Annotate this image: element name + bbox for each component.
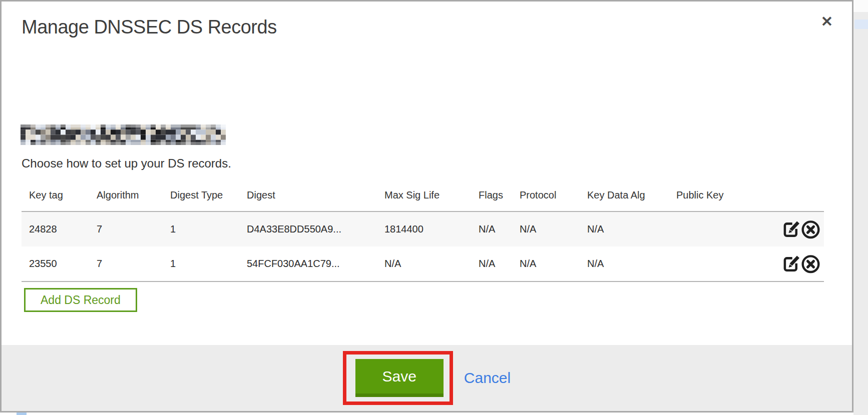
cell-flags: N/A [471,246,512,282]
table-row: 23550 7 1 54FCF030AA1C79... N/A N/A N/A … [22,246,824,282]
cell-protocol: N/A [512,212,580,246]
cell-public-key [669,212,761,246]
instruction-text: Choose how to set up your DS records. [22,156,231,170]
col-header-actions [761,182,824,212]
page-behind-right-strip [853,0,868,415]
row-actions [761,246,824,282]
col-header-public-key: Public Key [669,182,761,212]
cell-max-sig-life: 1814400 [377,212,471,246]
page-behind-link-fragment [17,412,27,415]
manage-dnssec-dialog: Manage DNSSEC DS Records ✕ Choose how to… [0,0,853,412]
redacted-domain-name [21,124,226,145]
delete-icon[interactable] [800,254,821,274]
edit-icon[interactable] [781,254,801,274]
cell-key-tag: 23550 [22,246,89,282]
delete-icon[interactable] [800,219,821,240]
col-header-digest: Digest [239,182,377,212]
save-highlight-annotation: Save [343,351,453,405]
cell-algorithm: 7 [89,212,163,246]
cell-key-tag: 24828 [22,212,89,246]
cell-protocol: N/A [512,246,580,282]
cell-digest-type: 1 [163,212,239,246]
cell-key-data-alg: N/A [580,246,669,282]
page-behind-bottom-strip [0,412,853,415]
cell-max-sig-life: N/A [377,246,471,282]
edit-icon[interactable] [781,219,801,240]
col-header-max-sig-life: Max Sig Life [377,182,471,212]
cell-digest: 54FCF030AA1C79... [239,246,377,282]
cell-digest-type: 1 [163,246,239,282]
dialog-footer: Save Cancel [2,345,852,411]
cell-digest: D4A33E8DD550A9... [239,212,377,246]
col-header-digest-type: Digest Type [163,182,239,212]
row-actions [761,212,824,246]
page-behind-link-fragment [854,20,868,29]
page-behind-white [853,0,868,12]
col-header-protocol: Protocol [512,182,580,212]
col-header-key-tag: Key tag [22,182,89,212]
col-header-key-data-alg: Key Data Alg [580,182,669,212]
cancel-link[interactable]: Cancel [464,370,511,386]
table-row: 24828 7 1 D4A33E8DD550A9... 1814400 N/A … [22,212,824,246]
col-header-flags: Flags [471,182,512,212]
dialog-title: Manage DNSSEC DS Records [22,16,277,38]
redacted-domain-pixelation [21,124,226,145]
save-button[interactable]: Save [355,359,444,397]
table-header-row: Key tag Algorithm Digest Type Digest Max… [22,182,824,212]
cell-algorithm: 7 [89,246,163,282]
add-ds-record-button[interactable]: Add DS Record [24,288,137,312]
close-icon[interactable]: ✕ [818,12,836,30]
col-header-algorithm: Algorithm [89,182,163,212]
cell-flags: N/A [471,212,512,246]
cell-key-data-alg: N/A [580,212,669,246]
cell-public-key [669,246,761,282]
ds-records-table: Key tag Algorithm Digest Type Digest Max… [22,182,824,282]
